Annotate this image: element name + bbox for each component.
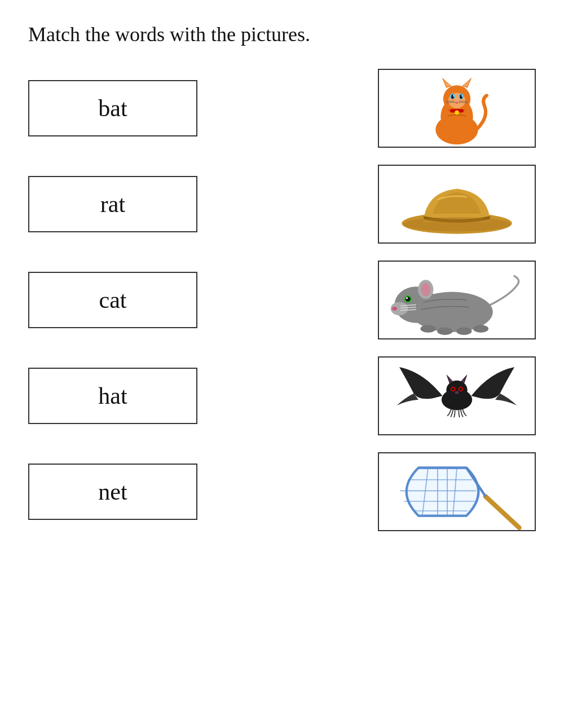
svg-point-37: [473, 325, 488, 333]
svg-point-31: [406, 297, 408, 299]
picture-bat[interactable]: [378, 356, 536, 435]
svg-point-33: [421, 283, 430, 296]
svg-point-51: [455, 391, 459, 394]
svg-point-11: [460, 95, 462, 99]
svg-point-24: [403, 217, 510, 232]
svg-point-12: [453, 95, 454, 96]
word-box-bat[interactable]: bat: [28, 80, 197, 136]
picture-net[interactable]: [378, 452, 536, 531]
svg-point-13: [461, 95, 462, 96]
page-title: Match the words with the pictures.: [28, 23, 536, 46]
svg-point-42: [446, 381, 467, 400]
row-2: rat: [28, 165, 536, 244]
word-box-net[interactable]: net: [28, 464, 197, 520]
svg-line-52: [486, 497, 519, 528]
exercise-container: bat: [28, 69, 536, 531]
svg-point-10: [451, 95, 454, 99]
svg-point-28: [392, 307, 397, 311]
svg-point-19: [442, 130, 454, 139]
svg-point-36: [456, 327, 472, 335]
svg-point-34: [420, 325, 435, 333]
word-box-hat[interactable]: hat: [28, 368, 197, 424]
svg-point-22: [455, 111, 459, 115]
svg-point-50: [460, 388, 462, 390]
row-3: cat: [28, 261, 536, 339]
row-5: net: [28, 452, 536, 531]
row-1: bat: [28, 69, 536, 148]
picture-cat[interactable]: [378, 69, 536, 148]
word-box-cat[interactable]: cat: [28, 272, 197, 328]
svg-point-49: [452, 388, 454, 390]
word-box-rat[interactable]: rat: [28, 176, 197, 232]
picture-rat[interactable]: [378, 261, 536, 339]
row-4: hat: [28, 356, 536, 435]
svg-point-20: [460, 130, 472, 139]
svg-point-35: [437, 327, 452, 335]
svg-point-30: [406, 297, 411, 302]
picture-hat[interactable]: [378, 165, 536, 244]
